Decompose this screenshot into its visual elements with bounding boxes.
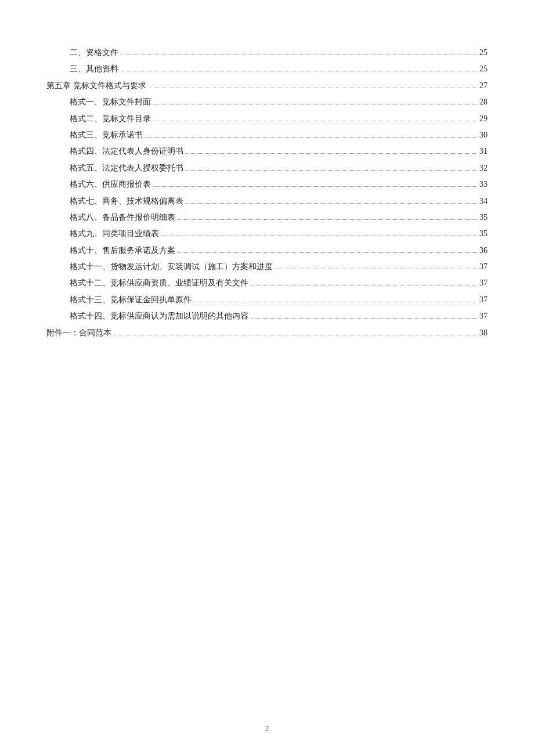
toc-page-number: 37: [479, 277, 488, 290]
toc-entry: 格式一、竞标文件封面28: [70, 96, 488, 108]
toc-dots: [186, 203, 477, 204]
toc-entry: 格式六、供应商报价表33: [70, 178, 488, 191]
toc-page-number: 29: [479, 113, 488, 125]
toc-page-number: 35: [479, 211, 488, 224]
toc-dots: [121, 71, 477, 71]
toc-dots: [275, 269, 477, 269]
toc-dots: [161, 236, 477, 236]
toc-label: 格式五、法定代表人授权委托书: [70, 162, 183, 175]
toc-page-number: 33: [479, 178, 488, 191]
toc-dots: [145, 137, 477, 138]
toc-label: 附件一：合同范本: [46, 327, 111, 339]
toc-label: 格式四、法定代表人身份证明书: [70, 145, 183, 158]
toc-label: 三、其他资料: [70, 63, 118, 75]
toc-entry: 格式十四、竞标供应商认为需加以说明的其他内容37: [70, 310, 488, 323]
toc-label: 格式八、备品备件报价明细表: [70, 211, 175, 224]
toc-entry: 格式十一、货物发运计划、安装调试（施工）方案和进度37: [70, 261, 488, 273]
toc-page-number: 34: [479, 195, 488, 208]
toc-label: 格式十二、竞标供应商资质、业绩证明及有关文件: [70, 277, 248, 290]
page-footer: 2: [0, 724, 534, 733]
toc-page-number: 37: [479, 261, 488, 273]
toc-label: 格式六、供应商报价表: [70, 178, 151, 191]
toc-dots: [251, 318, 477, 319]
toc-dots: [251, 285, 477, 285]
toc-entry: 格式十三、竞标保证金回执单原件37: [70, 294, 488, 306]
toc-label: 格式七、商务、技术规格偏离表: [70, 195, 183, 208]
toc-dots: [149, 88, 478, 88]
toc-entry: 第五章 竞标文件格式与要求27: [46, 79, 488, 92]
toc-entry: 格式九、同类项目业绩表35: [70, 227, 488, 240]
toc-label: 格式二、竞标文件目录: [70, 113, 151, 125]
toc-page-number: 37: [479, 310, 488, 323]
toc-entry: 格式十、售后服务承诺及方案36: [70, 244, 488, 257]
toc-dots: [186, 170, 477, 171]
toc-dots: [121, 55, 477, 55]
toc-page-number: 25: [479, 46, 488, 59]
toc-entry: 附件一：合同范本38: [46, 327, 488, 339]
toc-entry: 格式四、法定代表人身份证明书31: [70, 145, 488, 158]
toc-page-number: 37: [479, 294, 488, 306]
toc-dots: [178, 252, 477, 253]
toc-dots: [153, 186, 477, 187]
toc-entry: 格式七、商务、技术规格偏离表34: [70, 195, 488, 208]
toc-dots: [114, 335, 477, 335]
toc-label: 格式三、竞标承诺书: [70, 129, 143, 142]
toc-label: 二、资格文件: [70, 46, 118, 59]
toc-page-number: 32: [479, 162, 488, 175]
toc-entry: 二、资格文件25: [70, 46, 488, 59]
toc-entry: 格式十二、竞标供应商资质、业绩证明及有关文件37: [70, 277, 488, 290]
document-page: 二、资格文件25三、其他资料25第五章 竞标文件格式与要求27格式一、竞标文件封…: [0, 0, 534, 756]
toc-entry: 三、其他资料25: [70, 63, 488, 75]
toc-dots: [194, 302, 477, 302]
toc-dots: [186, 153, 477, 154]
toc-label: 格式十三、竞标保证金回执单原件: [70, 294, 192, 306]
toc-entry: 格式三、竞标承诺书30: [70, 129, 488, 142]
toc-page-number: 36: [479, 244, 488, 257]
toc-label: 格式十一、货物发运计划、安装调试（施工）方案和进度: [70, 261, 273, 273]
toc-page-number: 25: [479, 63, 488, 75]
toc-page-number: 38: [479, 327, 488, 339]
toc-dots: [153, 121, 477, 121]
page-number: 2: [265, 724, 269, 732]
toc-label: 第五章 竞标文件格式与要求: [46, 79, 146, 92]
toc-page-number: 28: [479, 96, 488, 108]
toc-label: 格式十、售后服务承诺及方案: [70, 244, 175, 257]
toc-entry: 格式二、竞标文件目录29: [70, 113, 488, 125]
toc-page-number: 35: [479, 227, 488, 240]
toc-label: 格式十四、竞标供应商认为需加以说明的其他内容: [70, 310, 248, 323]
toc-entry: 格式五、法定代表人授权委托书32: [70, 162, 488, 175]
toc-page-number: 31: [479, 145, 488, 158]
table-of-contents: 二、资格文件25三、其他资料25第五章 竞标文件格式与要求27格式一、竞标文件封…: [46, 46, 488, 339]
toc-dots: [178, 219, 477, 220]
toc-page-number: 30: [479, 129, 488, 142]
toc-dots: [153, 104, 477, 104]
toc-entry: 格式八、备品备件报价明细表35: [70, 211, 488, 224]
toc-label: 格式一、竞标文件封面: [70, 96, 151, 108]
toc-page-number: 27: [479, 79, 488, 92]
toc-label: 格式九、同类项目业绩表: [70, 227, 159, 240]
